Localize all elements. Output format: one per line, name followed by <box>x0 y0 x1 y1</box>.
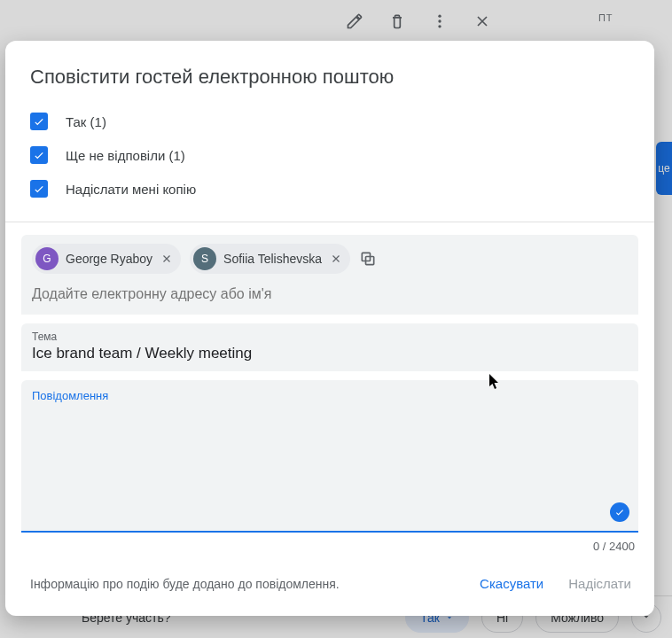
valid-check-icon <box>610 502 629 522</box>
check-yes-label: Так (1) <box>66 114 106 129</box>
subject-label: Тема <box>32 331 628 343</box>
subject-value: Ice brand team / Weekly meeting <box>32 345 628 362</box>
remove-chip-icon[interactable] <box>160 252 174 266</box>
send-button[interactable]: Надіслати <box>565 571 635 596</box>
message-textarea[interactable] <box>32 408 628 520</box>
footer-note: Інформацію про подію буде додано до пові… <box>30 577 340 591</box>
recipients-field[interactable]: G George Ryaboy S Sofiia Telishevska <box>21 235 638 315</box>
avatar: S <box>193 247 216 270</box>
check-yes[interactable]: Так (1) <box>30 105 629 138</box>
check-awaiting[interactable]: Ще не відповіли (1) <box>30 138 629 172</box>
recipient-filter-list: Так (1) Ще не відповіли (1) Надіслати ме… <box>5 105 654 222</box>
chip-row: G George Ryaboy S Sofiia Telishevska <box>32 244 628 274</box>
recipient-chip[interactable]: G George Ryaboy <box>32 244 181 274</box>
modal-footer: Інформацію про подію буде додано до пові… <box>5 553 654 616</box>
char-counter: 0 / 2400 <box>5 533 654 553</box>
notify-guests-modal: Сповістити гостей електронною поштою Так… <box>5 41 654 616</box>
recipient-chip-label: George Ryaboy <box>66 252 152 266</box>
cancel-button[interactable]: Скасувати <box>476 571 547 596</box>
check-awaiting-label: Ще не відповіли (1) <box>66 148 185 163</box>
recipient-chip[interactable]: S Sofiia Telishevska <box>190 244 350 274</box>
message-field[interactable]: Повідомлення <box>21 380 638 533</box>
subject-field[interactable]: Тема Ice brand team / Weekly meeting <box>21 323 638 371</box>
check-send-copy[interactable]: Надіслати мені копію <box>30 172 629 206</box>
divider <box>5 222 654 222</box>
remove-chip-icon[interactable] <box>329 252 343 266</box>
check-send-copy-label: Надіслати мені копію <box>66 182 196 197</box>
checkbox-checked-icon[interactable] <box>30 113 48 130</box>
add-recipient-input[interactable] <box>32 286 628 302</box>
copy-icon[interactable] <box>359 250 377 268</box>
message-label: Повідомлення <box>32 389 628 402</box>
modal-title: Сповістити гостей електронною поштою <box>5 41 654 105</box>
recipient-chip-label: Sofiia Telishevska <box>223 252 322 266</box>
checkbox-checked-icon[interactable] <box>30 180 48 198</box>
checkbox-checked-icon[interactable] <box>30 146 48 164</box>
avatar: G <box>35 247 59 270</box>
